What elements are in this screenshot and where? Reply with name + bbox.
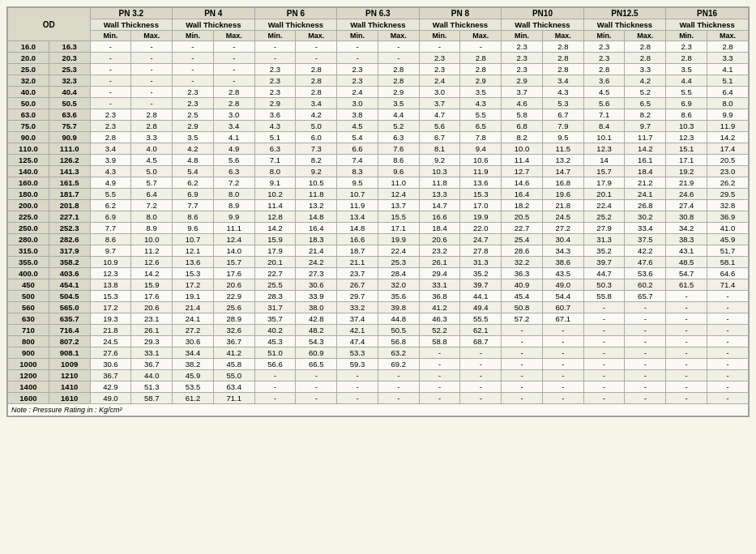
data-cell: 4.9 — [90, 177, 131, 189]
header-row-minmax: Min. Max. Min. Max. Min. Max. Min. Max. … — [8, 31, 749, 41]
data-cell: 57.2 — [502, 313, 543, 325]
data-cell: 6.7 — [542, 109, 583, 121]
data-cell: 36.7 — [213, 336, 254, 347]
data-cell: 36.7 — [131, 359, 173, 370]
data-cell: 53.6 — [625, 268, 666, 279]
data-cell: - — [666, 302, 707, 313]
data-cell: - — [296, 381, 337, 393]
data-cell: - — [378, 41, 419, 53]
data-cell: 7.9 — [542, 121, 583, 132]
data-cell: 7.1 — [583, 109, 625, 121]
data-cell: 33.9 — [296, 291, 337, 302]
data-cell: 22.0 — [460, 223, 502, 234]
data-cell: 2.8 — [296, 64, 337, 75]
data-cell: 53.3 — [337, 347, 378, 359]
data-cell: 2.8 — [542, 53, 583, 64]
data-cell: 10.0 — [502, 143, 543, 155]
pn125-max: Max. — [625, 31, 666, 41]
data-cell: 67.1 — [542, 313, 583, 325]
pn63-wt: Wall Thickness — [337, 19, 420, 31]
data-cell: 3.0 — [419, 87, 460, 98]
table-row: 315.0317.99.711.212.114.017.921.418.722.… — [8, 245, 749, 257]
table-row: 800807.224.529.330.636.745.354.347.456.8… — [8, 336, 749, 347]
data-cell: 17.6 — [213, 268, 254, 279]
data-cell: 14.2 — [707, 132, 749, 143]
data-cell: 2.8 — [378, 64, 419, 75]
data-cell: 20.1 — [583, 189, 625, 200]
data-cell: 22.7 — [254, 268, 296, 279]
data-cell: 2.3 — [337, 75, 378, 87]
data-cell: - — [502, 347, 543, 359]
data-cell: 2.3 — [502, 41, 543, 53]
data-cell: - — [213, 64, 254, 75]
data-cell: 8.1 — [419, 143, 460, 155]
data-cell: - — [90, 87, 131, 98]
od-min: 90.0 — [8, 132, 49, 143]
od-min: 500 — [8, 291, 49, 302]
data-cell: 26.7 — [337, 279, 378, 291]
data-cell: 5.3 — [542, 98, 583, 109]
main-container: OD PN 3.2 PN 4 PN 6 PN 6.3 PN 8 PN10 PN1… — [6, 6, 750, 417]
data-cell: 4.8 — [173, 155, 214, 166]
data-cell: - — [296, 41, 337, 53]
data-cell: 41.2 — [213, 347, 254, 359]
data-cell: 2.9 — [173, 121, 214, 132]
data-cell: - — [625, 359, 666, 370]
data-cell: 8.2 — [625, 109, 666, 121]
od-max: 1410 — [49, 381, 90, 393]
data-cell: 21.1 — [337, 257, 378, 268]
od-max: 25.3 — [49, 64, 90, 75]
data-cell: 9.5 — [542, 132, 583, 143]
od-min: 32.0 — [8, 75, 49, 87]
data-cell: 8.6 — [378, 155, 419, 166]
data-cell: - — [337, 53, 378, 64]
data-cell: 3.9 — [90, 155, 131, 166]
data-cell: 17.4 — [707, 143, 749, 155]
data-cell: 2.8 — [625, 53, 666, 64]
data-cell: 39.8 — [378, 302, 419, 313]
data-cell: 9.4 — [460, 143, 502, 155]
data-cell: 20.6 — [419, 234, 460, 245]
data-cell: - — [460, 393, 502, 404]
table-row: 225.0227.16.98.08.69.912.814.813.415.516… — [8, 211, 749, 223]
data-cell: 2.8 — [583, 64, 625, 75]
od-max: 75.7 — [49, 121, 90, 132]
data-cell: 3.6 — [254, 109, 296, 121]
od-min: 75.0 — [8, 121, 49, 132]
data-cell: - — [131, 41, 173, 53]
pn6-wt: Wall Thickness — [254, 19, 337, 31]
data-cell: 16.4 — [502, 189, 543, 200]
pn32-min: Min. — [90, 31, 131, 41]
data-cell: 2.9 — [254, 98, 296, 109]
data-cell: - — [419, 381, 460, 393]
data-cell: 55.0 — [213, 370, 254, 381]
pn10-wt: Wall Thickness — [502, 19, 584, 31]
data-cell: 20.6 — [213, 279, 254, 291]
data-cell: - — [542, 381, 583, 393]
data-cell: - — [90, 75, 131, 87]
data-cell: 2.8 — [131, 109, 173, 121]
data-cell: - — [131, 53, 173, 64]
od-max: 565.0 — [49, 302, 90, 313]
data-cell: 2.9 — [502, 75, 543, 87]
data-cell: 28.6 — [502, 245, 543, 257]
data-cell: 12.7 — [502, 166, 543, 177]
data-cell: 6.7 — [419, 132, 460, 143]
pn10-max: Max. — [542, 31, 583, 41]
data-cell: 30.8 — [666, 211, 707, 223]
data-cell: 3.4 — [213, 121, 254, 132]
data-cell: 59.3 — [337, 359, 378, 370]
data-cell: - — [666, 359, 707, 370]
data-cell: - — [254, 381, 296, 393]
data-cell: 35.2 — [460, 268, 502, 279]
data-cell: 27.3 — [296, 268, 337, 279]
data-cell: 3.7 — [419, 98, 460, 109]
data-cell: 31.3 — [583, 234, 625, 245]
data-cell: 2.3 — [90, 109, 131, 121]
data-cell: 8.3 — [337, 166, 378, 177]
od-min: 280.0 — [8, 234, 49, 245]
data-cell: 58.7 — [131, 393, 173, 404]
data-cell: 38.2 — [173, 359, 214, 370]
data-cell: 28.4 — [378, 268, 419, 279]
data-cell: 4.4 — [666, 75, 707, 87]
